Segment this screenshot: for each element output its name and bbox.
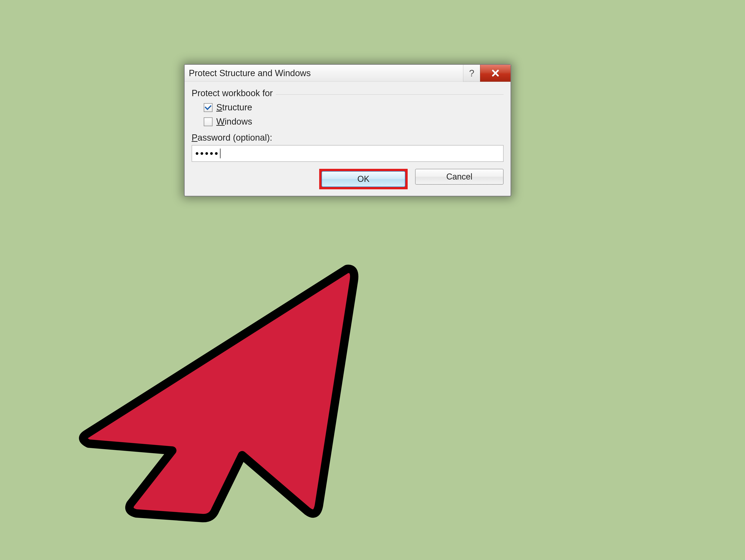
checkbox-row-windows[interactable]: Windows [204,117,504,127]
cancel-button[interactable]: Cancel [415,169,504,185]
help-button[interactable]: ? [463,65,480,82]
button-row: OK Cancel [192,169,504,189]
group-title: Protect workbook for [192,88,272,98]
close-icon [491,69,499,77]
titlebar[interactable]: Protect Structure and Windows ? [185,65,511,82]
checkbox-structure-label: Structure [216,102,252,113]
password-value: ••••• [195,148,220,159]
password-input[interactable]: ••••• [192,145,504,162]
question-icon: ? [469,68,474,79]
dialog-title: Protect Structure and Windows [189,68,463,78]
close-button[interactable] [480,65,511,82]
ok-button[interactable]: OK [322,171,405,187]
text-caret [220,149,221,158]
ok-highlight: OK [319,169,408,189]
checkbox-windows-label: Windows [216,117,252,127]
checkbox-row-structure[interactable]: Structure [204,102,504,113]
checkbox-windows[interactable] [204,117,213,126]
annotation-cursor-icon [72,255,361,523]
protect-structure-dialog: Protect Structure and Windows ? Protect … [184,64,511,196]
ok-button-label: OK [357,174,369,184]
dialog-content: Protect workbook for Structure Windows P… [185,82,511,196]
cancel-button-label: Cancel [446,172,473,182]
title-buttons: ? [463,65,511,82]
checkbox-structure[interactable] [204,103,213,112]
protect-group: Protect workbook for Structure Windows [192,88,504,127]
password-label: Password (optional): [192,133,504,143]
